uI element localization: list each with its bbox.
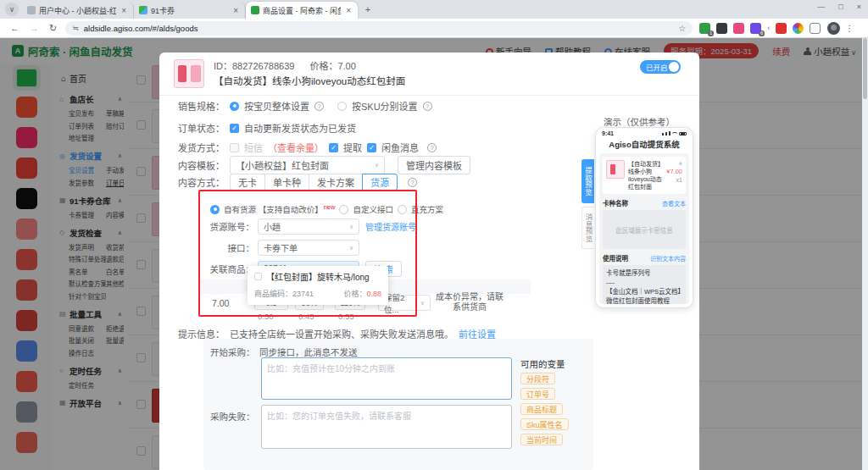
purchase-fail-textarea[interactable] xyxy=(261,405,512,449)
bookmark-star-icon[interactable]: ☆ xyxy=(678,24,686,33)
current-price-value: 7.00 xyxy=(212,298,229,308)
tab-search-button[interactable]: ∨ xyxy=(5,3,19,16)
api-select[interactable]: 卡券下单∨ xyxy=(258,240,359,256)
helper-value: 0.50 xyxy=(258,312,274,321)
product-id: ID：882726788639 xyxy=(214,58,294,72)
new-badge: new xyxy=(324,203,336,211)
product-thumbnail xyxy=(606,160,625,179)
goods-code: 商品编码：23741 xyxy=(254,288,314,299)
extract-checkbox[interactable] xyxy=(329,143,338,152)
variable-tag[interactable]: 分段符 xyxy=(520,373,555,384)
browser-menu-icon[interactable]: ⋮ xyxy=(845,24,854,33)
recognize-text-link[interactable]: 识别文本内容 xyxy=(650,254,686,263)
sms-checkbox[interactable] xyxy=(230,143,239,152)
help-icon[interactable]: ? xyxy=(314,102,324,111)
window-close-button[interactable]: × xyxy=(857,3,861,11)
tab-strip: ∨ 用户中心 - 小趟权益-红包封面 × 91卡券 × 商品设置 - 阿奇索 -… xyxy=(0,0,868,19)
radio-by-item[interactable] xyxy=(230,102,239,111)
reprice-preview-text: 成本价异常，请联系供货商 xyxy=(429,292,510,312)
dropdown-option[interactable]: 【红包封面】旋转木马/long xyxy=(254,270,381,283)
back-button[interactable]: ← xyxy=(10,23,19,33)
extension-icon-dark[interactable] xyxy=(716,23,727,34)
extension-badge: 1 xyxy=(708,30,714,36)
radio-own-supply[interactable] xyxy=(210,205,220,214)
status-icons xyxy=(662,131,687,135)
toggle-knob xyxy=(669,62,679,72)
address-bar[interactable]: ≒ aldsidle.agiso.com/#/alds/goods ☆ xyxy=(65,21,693,36)
helper-value: 0.45 xyxy=(298,312,314,321)
tab-close-icon[interactable]: × xyxy=(120,6,128,15)
order-card-price: ¥7.00 xyxy=(666,168,682,175)
help-icon[interactable]: ? xyxy=(423,102,432,111)
fish-message-label[interactable]: 闲鱼消息 xyxy=(381,141,419,154)
forward-button[interactable]: → xyxy=(30,23,39,33)
window-minimize-button[interactable]: — xyxy=(817,3,825,11)
tab-extract-preview[interactable]: 提取预览 xyxy=(581,159,594,203)
radio-by-item-label[interactable]: 按宝贝整体设置 xyxy=(244,99,309,113)
fish-message-checkbox[interactable] xyxy=(367,143,376,152)
auto-update-checkbox[interactable] xyxy=(230,124,239,133)
radio-direct-charge-label[interactable]: 直充方案 xyxy=(411,203,443,215)
chevron-down-icon: ∨ xyxy=(9,5,15,14)
content-template-label: 内容模板： xyxy=(178,158,225,172)
help-icon[interactable]: ? xyxy=(427,143,437,152)
tab-supply[interactable]: 货源 xyxy=(362,174,398,191)
radio-custom-api[interactable] xyxy=(339,205,348,214)
variable-tag[interactable]: 商品标题 xyxy=(520,403,563,415)
variable-tag[interactable]: 订单号 xyxy=(520,388,555,400)
browser-tab-goods-settings[interactable]: 商品设置 - 阿奇索 - 闲鱼自动发货 × xyxy=(246,2,358,19)
tab-message-preview[interactable]: 消息预览 xyxy=(581,207,594,249)
tab-close-icon[interactable]: × xyxy=(231,6,240,15)
tab-no-card[interactable]: 无卡 xyxy=(230,174,265,191)
radio-by-sku[interactable] xyxy=(337,102,347,111)
tab-card-plan[interactable]: 发卡方案 xyxy=(309,174,363,191)
view-text-link[interactable]: 查看文本 xyxy=(662,199,686,207)
battery-icon xyxy=(679,132,687,136)
enabled-toggle[interactable]: 已开启 xyxy=(640,60,681,74)
variable-tag[interactable]: 当前时间 xyxy=(520,434,563,445)
radio-direct-charge[interactable] xyxy=(398,205,407,214)
variable-tag[interactable]: Sku属性名 xyxy=(520,418,569,430)
extension-icon-green[interactable]: 1 xyxy=(699,23,710,34)
extension-icon-red[interactable] xyxy=(776,23,787,34)
linked-goods-label: 关联商品： xyxy=(203,263,254,275)
browser-tab-user-center[interactable]: 用户中心 - 小趟权益-红包封面 × xyxy=(22,2,134,19)
tab-close-icon[interactable]: × xyxy=(344,6,353,15)
chevron-up-icon[interactable]: ∧ xyxy=(679,160,682,166)
helper-value: 0.55 xyxy=(338,312,354,321)
window-maximize-button[interactable]: □ xyxy=(838,3,843,11)
goods-settings-modal: ID：882726788639 价格：7.00 【自动发货】线条小狗ilovey… xyxy=(159,53,699,470)
card-name-label: 卡种名称 xyxy=(603,198,628,207)
extension-icon-purple[interactable]: 6 xyxy=(750,23,761,34)
radio-custom-api-label[interactable]: 自定义接口 xyxy=(353,203,393,215)
supply-account-select[interactable]: 小趟∨ xyxy=(258,218,359,235)
site-info-icon[interactable]: ≒ xyxy=(72,24,79,32)
tab-favicon xyxy=(139,6,147,14)
sms-quota-link[interactable]: （查看余量） xyxy=(268,141,324,154)
manage-template-button[interactable]: 管理内容模板 xyxy=(398,156,470,174)
content-template-select[interactable]: 【小趟权益】红包封面∨ xyxy=(230,156,385,174)
signal-icon xyxy=(662,133,664,135)
extract-label[interactable]: 提取 xyxy=(343,141,362,154)
start-purchase-textarea[interactable] xyxy=(261,357,512,400)
extensions-puzzle-icon[interactable] xyxy=(810,23,821,34)
manage-supply-account-link[interactable]: 管理货源账号 xyxy=(365,220,416,233)
extension-icon-colorful[interactable] xyxy=(793,23,804,34)
new-tab-button[interactable]: + xyxy=(361,3,375,16)
option-checkbox[interactable] xyxy=(254,273,262,280)
help-icon[interactable]: ? xyxy=(408,178,417,187)
scrollbar-thumb[interactable] xyxy=(863,38,867,99)
auto-update-label[interactable]: 自动更新发货状态为已发货 xyxy=(244,121,356,135)
radio-own-supply-label[interactable]: 自有货源 【支持自动改价】new xyxy=(224,203,335,215)
radio-by-sku-label[interactable]: 按SKU分别设置 xyxy=(352,99,418,113)
reload-button[interactable]: ↻ xyxy=(49,23,57,34)
tab-single-card[interactable]: 单卡种 xyxy=(264,174,309,191)
extension-icon-pink[interactable] xyxy=(733,23,744,34)
scrollbar[interactable] xyxy=(862,38,868,470)
browser-tab-91kaquan[interactable]: 91卡券 × xyxy=(134,2,246,19)
content-mode-label: 内容方式： xyxy=(178,175,225,189)
collapse-extensions-icon[interactable]: ‹ xyxy=(767,24,770,32)
profile-avatar[interactable] xyxy=(827,22,840,35)
demo-caption: 演示（仅供参考） xyxy=(583,115,695,128)
ship-method-label: 发货方式： xyxy=(178,141,225,154)
